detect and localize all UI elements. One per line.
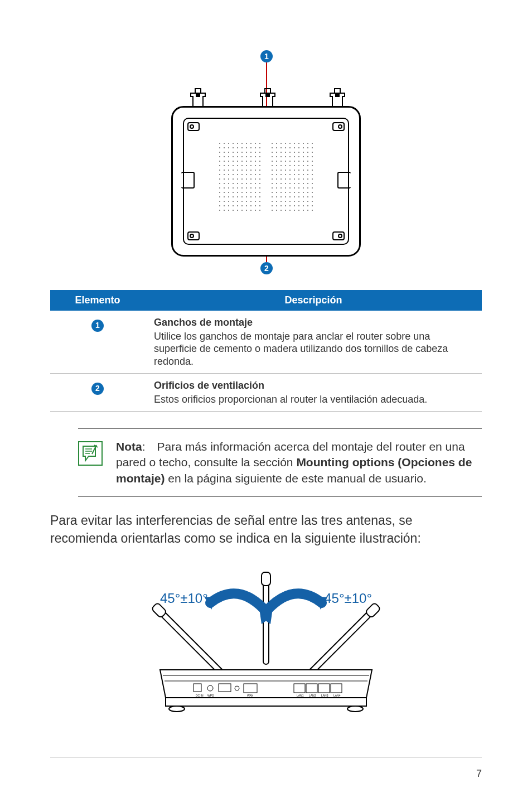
wall-clip-icon (337, 172, 351, 189)
svg-rect-1 (262, 572, 270, 586)
callout-number: 2 (260, 262, 273, 274)
antenna-connector-icon (259, 86, 276, 108)
svg-text:WAN: WAN (247, 694, 254, 697)
main-paragraph: Para evitar las interferencias de señal … (50, 511, 482, 547)
note-text-after: en la página siguiente de este manual de… (165, 472, 427, 485)
page-number: 7 (476, 768, 482, 780)
row-desc: Estos orificios proporcionan al router l… (154, 394, 427, 405)
svg-text:LAN2: LAN2 (309, 694, 316, 697)
note-label: Nota (116, 440, 142, 453)
table-row: 2 Orificios de ventilación Estos orifici… (50, 374, 482, 412)
mount-hook-icon (332, 231, 345, 240)
description-table: Elemento Descripción 1 Ganchos de montaj… (50, 290, 482, 412)
note-text: Nota: Para más información acerca del mo… (116, 439, 482, 486)
callout-number: 2 (91, 383, 104, 395)
note-icon (78, 441, 103, 466)
table-header-description: Descripción (145, 290, 482, 311)
callout-number: 1 (260, 50, 273, 62)
callout-number: 1 (91, 320, 104, 332)
mount-hook-icon (187, 122, 200, 131)
svg-text:LAN4: LAN4 (333, 694, 341, 697)
svg-text:DC IN: DC IN (196, 694, 204, 697)
svg-text:LAN3: LAN3 (321, 694, 328, 697)
row-desc: Utilice los ganchos de montaje para ancl… (154, 331, 448, 367)
mount-hook-icon (332, 122, 345, 131)
note-block: Nota: Para más información acerca del mo… (78, 428, 482, 497)
router-inner-frame (183, 118, 349, 245)
svg-text:LAN1: LAN1 (297, 694, 304, 697)
row-title: Orificios de ventilación (154, 379, 473, 392)
arc-arrow-icon (255, 586, 333, 653)
callout-marker-1: 1 (260, 50, 273, 62)
row-title: Ganchos de montaje (154, 316, 473, 329)
vent-grid-icon (270, 141, 315, 214)
antenna-connector-icon (329, 86, 346, 108)
router-antenna-angle-diagram: 45°±10° 45°±10° (110, 569, 422, 726)
svg-point-18 (347, 706, 363, 712)
table-row: 1 Ganchos de montaje Utilice los ganchos… (50, 311, 482, 374)
vent-grid-icon (217, 141, 262, 214)
svg-text:WPS: WPS (207, 694, 214, 697)
mount-hook-icon (187, 231, 200, 240)
table-header-element: Elemento (50, 290, 145, 311)
footer-rule (50, 757, 482, 757)
callout-marker-2: 2 (260, 262, 273, 274)
svg-point-17 (169, 706, 185, 712)
antenna-connector-icon (190, 86, 206, 108)
router-chassis (171, 106, 361, 257)
wall-clip-icon (181, 172, 195, 189)
router-bottom-diagram: 1 2 (149, 45, 383, 279)
